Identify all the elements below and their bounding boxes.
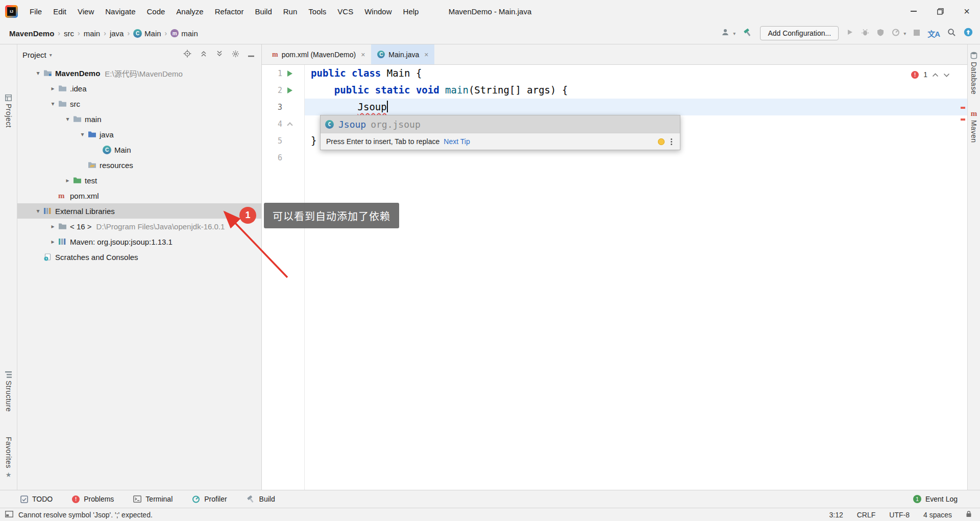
tree-item-idea[interactable]: ▸ .idea [17,81,261,96]
toolwindow-button-terminal[interactable]: Terminal [133,495,173,503]
breadcrumb-project[interactable]: MavenDemo [9,29,54,38]
menu-refactor[interactable]: Refactor [209,7,250,16]
menu-edit[interactable]: Edit [47,7,72,16]
debug-icon[interactable] [861,28,869,38]
breadcrumb-main-class[interactable]: Main [144,29,161,38]
previous-error-icon[interactable] [932,70,939,79]
run-icon[interactable] [846,29,853,38]
tree-item-jdk[interactable]: ▸ < 16 > D:\Program Files\Java\openjdk-1… [17,219,261,234]
chevron-down-icon[interactable]: ▾ [62,115,73,123]
close-icon[interactable]: × [361,51,365,59]
toolwindow-button-todo[interactable]: TODO [20,495,53,503]
next-tip-link[interactable]: Next Tip [444,137,470,146]
code-line-1[interactable]: public class Main { [305,65,967,82]
menu-navigate[interactable]: Navigate [100,7,141,16]
menu-tools[interactable]: Tools [303,7,332,16]
tree-item-external-libraries[interactable]: ▾ External Libraries [17,203,261,219]
breadcrumb-main-dir[interactable]: main [84,29,101,38]
collapse-all-icon[interactable] [200,50,207,59]
close-icon[interactable]: × [953,0,980,22]
fold-marker-icon[interactable] [287,122,292,128]
caret-position[interactable]: 3:12 [829,511,843,519]
next-error-icon[interactable] [943,70,950,79]
error-stripe-mark[interactable] [961,107,965,109]
toolwindow-button-project[interactable]: Project [0,94,17,128]
chevron-down-icon[interactable]: ▾ [733,31,736,36]
search-icon[interactable] [947,28,956,39]
toolwindow-button-maven[interactable]: m Maven [968,110,980,143]
tree-item-main-class[interactable]: C Main [17,142,261,157]
more-options-icon[interactable] [669,137,674,146]
run-class-icon[interactable] [287,70,292,77]
code-line-2[interactable]: public static void main(String[] args) { [305,82,967,99]
chevron-down-icon[interactable]: ▾ [47,100,58,107]
gear-icon[interactable] [232,50,239,60]
lock-icon[interactable] [966,510,972,519]
tree-item-resources[interactable]: resources [17,157,261,173]
toolwindow-button-favorites[interactable]: Favorites ★ [0,437,17,479]
tree-item-src[interactable]: ▾ src [17,96,261,111]
toolwindow-button-problems[interactable]: ! Problems [72,495,114,503]
menu-help[interactable]: Help [398,7,425,16]
menu-view[interactable]: View [72,7,100,16]
minimize-icon[interactable] [900,0,927,22]
code-line-3[interactable]: Jsoup [305,99,967,115]
chevron-right-icon[interactable]: ▸ [47,223,58,230]
chevron-right-icon[interactable]: ▸ [47,85,58,92]
chevron-down-icon[interactable]: ▾ [903,31,906,36]
event-log-button[interactable]: 1 Event Log [913,495,958,503]
menu-run[interactable]: Run [278,7,303,16]
chevron-down-icon[interactable]: ▾ [77,131,88,138]
project-view-selector[interactable]: Project▾ [22,51,52,59]
code-line-6[interactable] [305,149,967,166]
chevron-down-icon[interactable]: ▾ [33,69,43,77]
tree-item-maven-jsoup-library[interactable]: ▸ Maven: org.jsoup:jsoup:1.13.1 [17,234,261,249]
file-encoding[interactable]: UTF-8 [889,511,910,519]
hide-icon[interactable] [248,50,254,59]
toolwindow-button-structure[interactable]: Structure [0,371,17,412]
tree-item-test[interactable]: ▸ test [17,173,261,188]
tree-item-java-dir[interactable]: ▾ java [17,127,261,142]
update-icon[interactable] [964,28,973,39]
indent-setting[interactable]: 4 spaces [923,511,952,519]
menu-file[interactable]: File [24,7,47,16]
build-hammer-icon[interactable] [743,28,752,39]
inspections-widget[interactable]: ! 1 [911,70,950,79]
stop-icon[interactable] [914,29,920,38]
tree-item-main-dir[interactable]: ▾ main [17,111,261,127]
toolwindow-button-profiler[interactable]: Profiler [192,495,227,503]
toolwindow-toggle-icon[interactable] [5,511,13,519]
completion-item-jsoup[interactable]: C Jsoup org.jsoup [321,115,680,133]
tree-item-pom-xml[interactable]: m pom.xml [17,188,261,203]
close-icon[interactable]: × [424,51,428,59]
profiler-icon[interactable] [892,28,900,38]
expand-all-icon[interactable] [216,50,223,59]
add-configuration-button[interactable]: Add Configuration... [760,26,839,40]
chevron-right-icon[interactable]: ▸ [47,238,58,245]
chevron-right-icon[interactable]: ▸ [62,177,73,184]
lightbulb-icon[interactable] [658,138,665,145]
breadcrumb-main-method[interactable]: main [181,29,198,38]
breadcrumb-java-dir[interactable]: java [110,29,124,38]
menu-code[interactable]: Code [141,7,170,16]
tab-pom-xml[interactable]: m pom.xml (MavenDemo) × [266,44,371,64]
toolwindow-button-build[interactable]: Build [247,495,275,503]
breadcrumb-src[interactable]: src [64,29,74,38]
restore-icon[interactable] [927,0,953,22]
translate-icon[interactable]: 文A [927,28,940,39]
chevron-down-icon[interactable]: ▾ [33,207,43,215]
toolwindow-button-database[interactable]: Database [968,52,980,94]
locate-icon[interactable] [183,50,191,60]
tab-main-java[interactable]: C Main.java × [371,44,434,64]
menu-build[interactable]: Build [249,7,277,16]
run-method-icon[interactable] [287,87,292,93]
coverage-icon[interactable] [877,29,884,38]
menu-window[interactable]: Window [359,7,397,16]
menu-analyze[interactable]: Analyze [170,7,209,16]
line-separator[interactable]: CRLF [857,511,876,519]
menu-vcs[interactable]: VCS [332,7,359,16]
tree-item-scratches[interactable]: Scratches and Consoles [17,249,261,265]
user-icon[interactable] [721,28,729,38]
tree-item-mavendemo[interactable]: ▾ MavenDemo E:\源代码\MavenDemo [17,65,261,81]
error-stripe-mark[interactable] [961,119,965,121]
